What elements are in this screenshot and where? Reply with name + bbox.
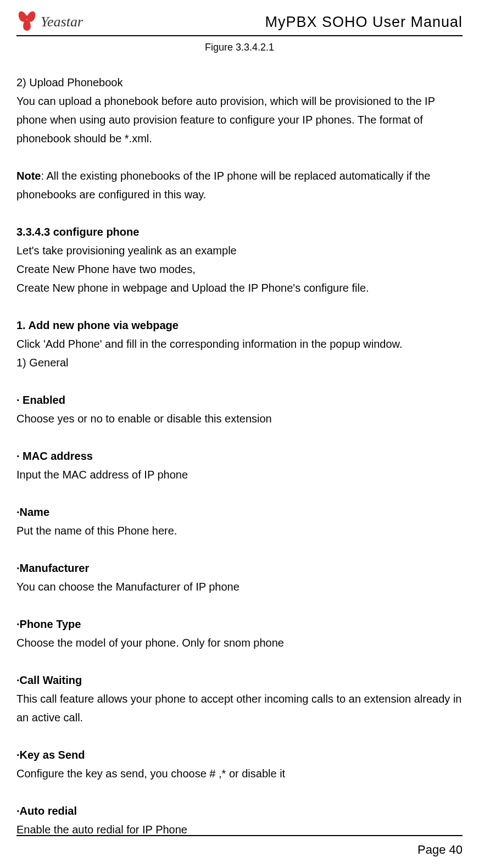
body-content: 2) Upload Phonebook You can upload a pho… (16, 73, 463, 839)
footer-rule (16, 835, 463, 836)
section-add-heading: 1. Add new phone via webpage (16, 316, 463, 335)
upload-heading: 2) Upload Phonebook (16, 73, 463, 92)
configure-line-2: Create New Phone have two modes, (16, 260, 463, 279)
add-intro: Click 'Add Phone' and fill in the corres… (16, 335, 463, 353)
page-number: Page 40 (16, 843, 463, 857)
configure-line-3: Create New phone in webpage and Upload t… (16, 279, 463, 297)
upload-paragraph: You can upload a phonebook before auto p… (16, 92, 463, 148)
section-configure-heading: 3.3.4.3 configure phone (16, 222, 463, 241)
field-name-label: ·Name (16, 503, 463, 521)
field-autoredial-label: ·Auto redial (16, 802, 463, 820)
add-subheading: 1) General (16, 353, 463, 372)
document-title: MyPBX SOHO User Manual (265, 14, 463, 31)
field-keyassend-label: ·Key as Send (16, 745, 463, 764)
field-phonetype-desc: Choose the model of your phone. Only for… (16, 633, 463, 652)
field-mac-desc: Input the MAC address of IP phone (16, 465, 463, 484)
field-manufacturer-desc: You can choose the Manufacturer of IP ph… (16, 577, 463, 596)
figure-caption: Figure 3.3.4.2.1 (16, 42, 463, 53)
field-phonetype-label: ·Phone Type (16, 615, 463, 633)
note-text: : All the existing phonebooks of the IP … (16, 170, 430, 201)
field-callwaiting-desc: This call feature allows your phone to a… (16, 689, 463, 727)
field-manufacturer-label: ·Manufacturer (16, 559, 463, 577)
field-keyassend-desc: Configure the key as send, you choose # … (16, 764, 463, 783)
page-footer: Page 40 (16, 835, 463, 857)
field-callwaiting-label: ·Call Waiting (16, 671, 463, 689)
field-enabled-desc: Choose yes or no to enable or disable th… (16, 409, 463, 428)
note-label: Note (16, 170, 41, 182)
field-mac-label: · MAC address (16, 447, 463, 465)
page-header: Yeastar MyPBX SOHO User Manual (16, 11, 463, 36)
field-enabled-label: · Enabled (16, 391, 463, 409)
document-page: Yeastar MyPBX SOHO User Manual Figure 3.… (0, 0, 479, 850)
yeastar-logo-icon (16, 11, 38, 33)
field-name-desc: Put the name of this Phone here. (16, 521, 463, 540)
configure-line-1: Let's take provisioning yealink as an ex… (16, 241, 463, 260)
brand-logo: Yeastar (16, 11, 83, 33)
note-paragraph: Note: All the existing phonebooks of the… (16, 166, 463, 204)
brand-name: Yeastar (41, 14, 83, 30)
